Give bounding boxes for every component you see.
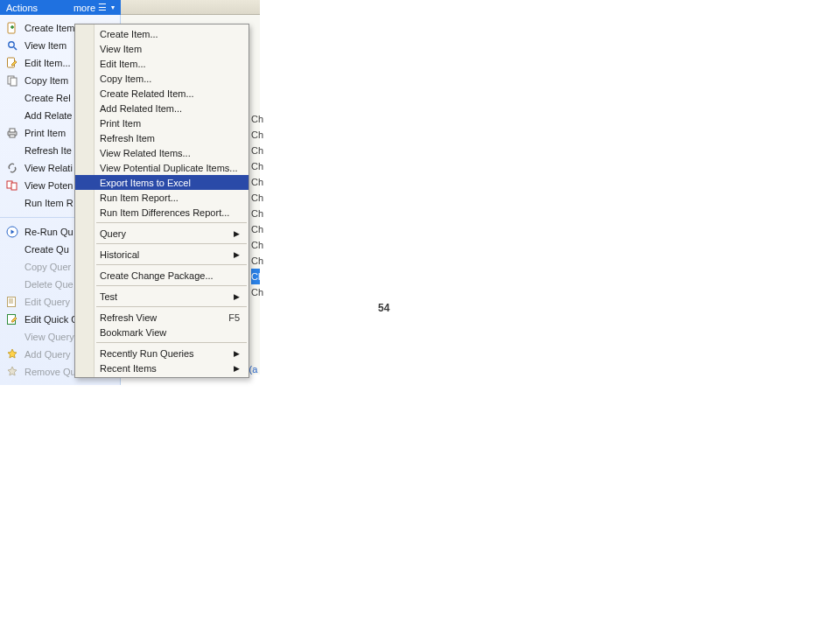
sidebar-item-label: View Query [24,332,74,342]
svg-point-1 [9,42,14,47]
star-remove-icon [5,365,19,379]
menu-item[interactable]: Refresh Item [75,130,248,145]
chevron-down-icon: ▾ [111,4,115,11]
menu-item[interactable]: Export Items to Excel [75,175,248,190]
list-item[interactable]: Ch [251,206,260,221]
blank-icon [5,196,19,210]
menu-item-label: View Item [100,44,142,54]
menu-item[interactable]: Refresh ViewF5 [75,310,248,325]
list-item[interactable]: Ch [251,127,260,143]
list-item[interactable]: Ch [251,158,260,174]
document-new-icon [5,21,19,35]
svg-rect-9 [11,183,17,190]
edit-quick-icon [5,312,19,326]
sidebar-item-label: View Poten [24,180,73,191]
menu-item[interactable]: Create Change Package... [75,268,248,283]
sidebar-item-label: Re-Run Qu [24,227,74,237]
menu-item[interactable]: Test▶ [75,289,248,304]
menu-item[interactable]: View Item [75,41,248,56]
menu-item[interactable]: Run Item Differences Report... [75,205,248,220]
titlebar-spacer [121,0,260,15]
link-icon [5,161,19,175]
list-item[interactable]: Ch [251,253,260,269]
menu-separator [96,342,247,343]
menu-item[interactable]: Edit Item... [75,56,248,71]
blank-icon [5,91,19,105]
menu-shortcut: F5 [228,312,240,323]
sidebar-item-label: View Item [24,40,66,51]
menu-item[interactable]: Historical▶ [75,247,248,262]
menu-item-label: Bookmark View [100,327,166,338]
sidebar-item-label: Delete Que [24,279,74,290]
menu-item[interactable]: Query▶ [75,226,248,241]
list-item[interactable]: Ch [251,143,260,158]
menu-item-label: Refresh Item [100,133,155,144]
menu-item-label: Create Change Package... [100,270,214,281]
list-item[interactable]: Ch [251,190,260,206]
chevron-right-icon: ▶ [234,349,240,358]
list-item[interactable]: Ch [251,284,260,300]
menu-item-label: Historical [100,249,139,260]
menu-item[interactable]: View Related Items... [75,145,248,160]
menu-item[interactable]: Add Related Item... [75,101,248,116]
play-icon [5,225,19,239]
blank-icon [5,277,19,291]
list-icon: ☰ [98,2,107,13]
chevron-right-icon: ▶ [234,292,240,301]
menu-item-label: Refresh View [100,312,157,323]
menu-item-label: View Related Items... [100,148,191,158]
menu-item[interactable]: Create Related Item... [75,86,248,101]
sidebar-item-label: Edit Item... [24,58,71,68]
svg-rect-6 [10,129,15,132]
sidebar-item-label: Refresh Ite [24,145,72,156]
svg-rect-7 [10,135,15,137]
list-item[interactable]: Ch [251,269,260,284]
chevron-right-icon: ▶ [234,250,240,259]
menu-item[interactable]: Copy Item... [75,71,248,86]
blank-icon [5,260,19,274]
print-icon [5,126,19,140]
menu-item-label: Print Item [100,118,141,129]
menu-item[interactable]: View Potential Duplicate Items... [75,160,248,175]
sidebar-item-label: Copy Quer [24,262,71,272]
actions-title: Actions [6,3,38,13]
content-number: 54 [251,300,378,316]
list-item[interactable]: Ch [251,174,260,190]
menu-item-label: Run Item Report... [100,192,178,203]
menu-item-label: Run Item Differences Report... [100,207,229,218]
blank-icon [5,330,19,344]
menu-item-label: Recent Items [100,363,157,374]
edit-icon [5,56,19,70]
list-item[interactable]: Ch [251,237,260,253]
chevron-right-icon: ▶ [234,229,240,238]
menu-item[interactable]: Create Item... [75,26,248,41]
menu-item[interactable]: Recently Run Queries▶ [75,346,248,360]
chevron-right-icon: ▶ [234,364,240,373]
sidebar-item-label: Print Item [24,128,66,138]
more-button[interactable]: more ☰ ▾ [74,2,115,13]
sidebar-item-label: Edit Quick Q [24,314,79,325]
menu-item-label: Query [100,228,126,239]
sidebar-item-label: Add Query [24,349,71,360]
sidebar-item-label: Create Rel [24,93,71,103]
search-icon [5,38,19,52]
more-label: more [74,3,95,13]
menu-item[interactable]: Bookmark View [75,325,248,340]
menu-item-label: Recently Run Queries [100,348,194,359]
list-item[interactable]: Ch [251,111,260,127]
sidebar-item-label: Run Item R [24,198,74,208]
menu-item-label: Add Related Item... [100,103,182,114]
actions-header[interactable]: Actions more ☰ ▾ [0,0,121,15]
menu-separator [96,222,247,223]
list-item[interactable]: Ch [251,221,260,237]
menu-item[interactable]: Recent Items▶ [75,360,248,375]
menu-item[interactable]: Print Item [75,116,248,130]
menu-item-label: Export Items to Excel [100,178,191,188]
menu-item[interactable]: Run Item Report... [75,190,248,205]
menu-separator [96,285,247,286]
menu-item-label: Create Item... [100,29,158,39]
menu-separator [96,243,247,244]
edit-query-icon [5,295,19,309]
sidebar-item-label: Create Item [24,23,74,33]
blank-icon [5,108,19,122]
